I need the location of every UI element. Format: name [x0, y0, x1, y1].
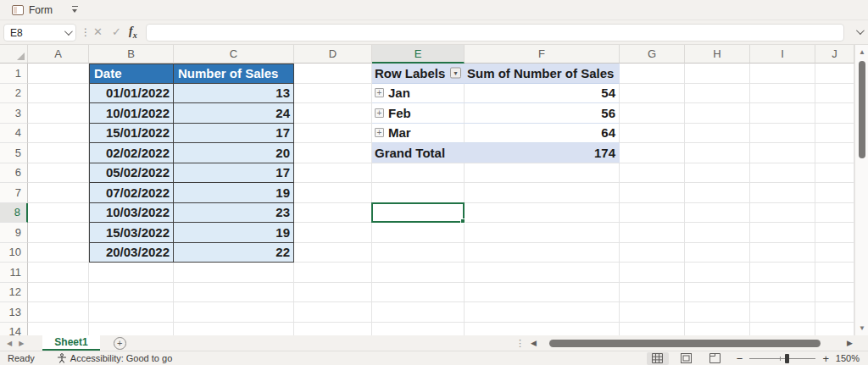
cell-C12[interactable] — [174, 283, 294, 303]
row-header-10[interactable]: 10 — [0, 243, 28, 263]
cell-E7[interactable] — [372, 183, 465, 203]
cell-E11[interactable] — [372, 263, 465, 283]
cell-J12[interactable] — [815, 283, 854, 303]
cell-J1[interactable] — [815, 64, 854, 84]
cell-G5[interactable] — [620, 143, 685, 163]
cell-H4[interactable] — [685, 124, 750, 144]
cell-E14[interactable] — [372, 323, 465, 336]
cell-A1[interactable] — [28, 64, 89, 84]
cell-B8[interactable]: 10/03/2022 — [89, 203, 174, 224]
cell-I13[interactable] — [750, 302, 815, 323]
cell-C8[interactable]: 23 — [174, 203, 294, 224]
cell-A8[interactable] — [28, 203, 89, 224]
cell-B2[interactable]: 01/01/2022 — [89, 84, 174, 104]
cell-E2[interactable]: +Jan — [372, 84, 465, 104]
cell-F6[interactable] — [465, 163, 620, 184]
cell-B12[interactable] — [89, 283, 174, 303]
scrollbar-split-handle-icon[interactable]: ⋮ — [515, 338, 525, 349]
cell-D5[interactable] — [294, 143, 372, 163]
cell-D11[interactable] — [294, 263, 372, 283]
scroll-down-icon[interactable]: ▼ — [855, 324, 868, 332]
cell-H1[interactable] — [685, 64, 750, 84]
cell-I14[interactable] — [750, 323, 815, 336]
cell-J13[interactable] — [815, 302, 854, 323]
form-button[interactable]: Form — [12, 4, 53, 16]
enter-icon[interactable]: ✓ — [112, 25, 121, 38]
cell-G1[interactable] — [620, 64, 685, 84]
cell-D14[interactable] — [294, 323, 372, 336]
cell-E9[interactable] — [372, 223, 465, 243]
cell-C14[interactable] — [174, 323, 294, 336]
row-header-14[interactable]: 14 — [0, 323, 28, 336]
cell-H3[interactable] — [685, 103, 750, 124]
normal-view-button[interactable] — [647, 352, 669, 365]
cell-H6[interactable] — [685, 163, 750, 184]
cell-D7[interactable] — [294, 183, 372, 203]
cell-F14[interactable] — [465, 323, 620, 336]
cell-C4[interactable]: 17 — [174, 124, 294, 144]
cell-H14[interactable] — [685, 323, 750, 336]
scroll-right-icon[interactable]: ▶ — [847, 339, 853, 347]
cell-B3[interactable]: 10/01/2022 — [89, 103, 174, 124]
cell-G6[interactable] — [620, 163, 685, 184]
col-header-B[interactable]: B — [89, 45, 174, 64]
cell-H8[interactable] — [685, 203, 750, 224]
cell-B9[interactable]: 15/03/2022 — [89, 223, 174, 243]
cell-G12[interactable] — [620, 283, 685, 303]
cell-G2[interactable] — [620, 84, 685, 104]
cell-E12[interactable] — [372, 283, 465, 303]
vertical-scrollbar-thumb[interactable] — [859, 61, 865, 158]
col-header-H[interactable]: H — [685, 45, 750, 64]
row-header-1[interactable]: 1 — [0, 64, 28, 84]
row-header-8[interactable]: 8 — [0, 203, 28, 224]
cell-D3[interactable] — [294, 103, 372, 124]
cell-I10[interactable] — [750, 243, 815, 263]
col-header-D[interactable]: D — [294, 45, 372, 64]
cell-A13[interactable] — [28, 302, 89, 323]
col-header-G[interactable]: G — [620, 45, 685, 64]
zoom-level[interactable]: 150% — [829, 353, 868, 363]
cell-J11[interactable] — [815, 263, 854, 283]
cell-J6[interactable] — [815, 163, 854, 184]
cell-E13[interactable] — [372, 302, 465, 323]
cell-F13[interactable] — [465, 302, 620, 323]
row-header-4[interactable]: 4 — [0, 124, 28, 144]
cell-D4[interactable] — [294, 124, 372, 144]
cell-F4[interactable]: 64 — [465, 124, 620, 144]
chevron-down-icon[interactable] — [64, 27, 73, 36]
filter-dropdown-icon[interactable]: ▾ — [450, 68, 461, 79]
cell-E1[interactable]: Row Labels▾ — [372, 64, 465, 84]
cell-F5[interactable]: 174 — [465, 143, 620, 163]
cell-B6[interactable]: 05/02/2022 — [89, 163, 174, 184]
cell-F10[interactable] — [465, 243, 620, 263]
expand-group-icon[interactable]: + — [375, 108, 384, 118]
cell-G13[interactable] — [620, 302, 685, 323]
vertical-scrollbar[interactable]: ▲ ▼ — [854, 45, 868, 335]
cell-B5[interactable]: 02/02/2022 — [89, 143, 174, 163]
cell-C6[interactable]: 17 — [174, 163, 294, 184]
cell-D10[interactable] — [294, 243, 372, 263]
cell-H5[interactable] — [685, 143, 750, 163]
cell-I12[interactable] — [750, 283, 815, 303]
cell-I4[interactable] — [750, 124, 815, 144]
cell-J14[interactable] — [815, 323, 854, 336]
cell-I8[interactable] — [750, 203, 815, 224]
expand-group-icon[interactable]: + — [375, 128, 384, 137]
col-header-J[interactable]: J — [815, 45, 854, 64]
cell-A12[interactable] — [28, 283, 89, 303]
zoom-slider[interactable] — [749, 358, 815, 359]
cell-H10[interactable] — [685, 243, 750, 263]
cell-H13[interactable] — [685, 302, 750, 323]
cell-I5[interactable] — [750, 143, 815, 163]
cell-B13[interactable] — [89, 302, 174, 323]
row-header-7[interactable]: 7 — [0, 183, 28, 203]
cell-D13[interactable] — [294, 302, 372, 323]
row-header-2[interactable]: 2 — [0, 84, 28, 104]
cell-C9[interactable]: 19 — [174, 223, 294, 243]
formula-bar-drag-dots-icon[interactable]: ⋮ — [81, 26, 91, 38]
cell-J5[interactable] — [815, 143, 854, 163]
cell-D9[interactable] — [294, 223, 372, 243]
expand-formula-bar-icon[interactable] — [856, 26, 865, 35]
scroll-left-icon[interactable]: ◀ — [531, 339, 537, 347]
cell-C7[interactable]: 19 — [174, 183, 294, 203]
